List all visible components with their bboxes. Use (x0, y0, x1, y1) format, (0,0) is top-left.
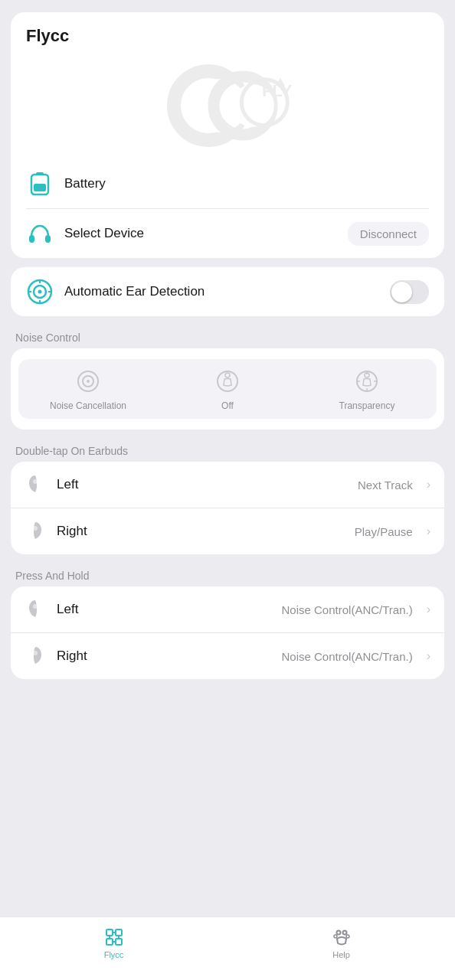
svg-rect-10 (45, 235, 51, 243)
double-tap-right-value: Play/Pause (355, 525, 413, 538)
transparency-label: Transparency (339, 400, 395, 411)
aed-label: Automatic Ear Detection (64, 284, 379, 299)
svg-point-13 (38, 290, 42, 294)
press-hold-right-chevron: › (427, 649, 430, 663)
logo-area: FLY (26, 52, 429, 159)
noise-off-label: Off (221, 400, 234, 411)
app-title: Flycc (26, 26, 429, 46)
press-hold-card: Left Noise Control(ANC/Tran.) › Right No… (11, 586, 444, 679)
svg-point-31 (33, 604, 38, 609)
press-hold-right-value: Noise Control(ANC/Tran.) (282, 650, 413, 663)
double-tap-right-chevron: › (427, 524, 430, 538)
double-tap-right-row[interactable]: Right Play/Pause › (11, 508, 444, 554)
nav-item-flycc[interactable]: Flycc (0, 917, 228, 968)
svg-point-20 (87, 380, 90, 383)
double-tap-left-value: Next Track (358, 479, 413, 492)
press-hold-right-label: Right (57, 648, 271, 664)
flycc-nav-icon (103, 926, 125, 948)
press-hold-left-chevron: › (427, 603, 430, 616)
transparency-option[interactable]: Transparency (297, 367, 437, 411)
help-nav-icon (331, 926, 352, 948)
toggle-knob (391, 282, 412, 302)
svg-point-42 (342, 930, 346, 934)
select-device-row: Select Device Disconnect (26, 208, 429, 258)
svg-rect-8 (34, 184, 46, 191)
noise-off-icon (213, 367, 242, 396)
svg-rect-7 (36, 172, 44, 175)
nav-flycc-label: Flycc (104, 950, 124, 959)
noise-options-group: Noise Cancellation Off (18, 359, 437, 419)
svg-rect-34 (116, 929, 122, 936)
press-hold-right-row[interactable]: Right Noise Control(ANC/Tran.) › (11, 632, 444, 679)
svg-rect-9 (29, 235, 34, 243)
svg-point-41 (336, 930, 340, 934)
top-card: Flycc FLY Battery (11, 12, 444, 258)
transparency-icon (352, 367, 381, 396)
noise-cancellation-label: Noise Cancellation (50, 400, 126, 411)
earbud-left-icon (25, 474, 46, 495)
svg-rect-36 (116, 939, 122, 945)
double-tap-left-row[interactable]: Left Next Track › (11, 462, 444, 508)
noise-cancellation-option[interactable]: Noise Cancellation (18, 367, 158, 411)
double-tap-right-label: Right (57, 524, 344, 539)
double-tap-card: Left Next Track › Right Play/Pause › (11, 462, 444, 554)
double-tap-section-label: Double-tap On Earbuds (11, 445, 444, 457)
select-device-label: Select Device (64, 226, 337, 241)
headphones-icon (26, 220, 54, 247)
press-hold-left-value: Noise Control(ANC/Tran.) (282, 603, 413, 616)
press-hold-left-icon (25, 599, 46, 620)
double-tap-left-chevron: › (427, 478, 430, 492)
nav-item-help[interactable]: Help (228, 917, 455, 968)
noise-control-section-label: Noise Control (11, 332, 444, 344)
nav-help-label: Help (332, 950, 350, 959)
svg-point-21 (218, 371, 237, 391)
press-hold-left-row[interactable]: Left Noise Control(ANC/Tran.) › (11, 586, 444, 632)
svg-rect-35 (106, 939, 113, 945)
disconnect-button[interactable]: Disconnect (348, 222, 429, 246)
double-tap-left-label: Left (57, 477, 347, 492)
svg-point-29 (33, 479, 38, 484)
battery-label: Battery (64, 176, 429, 191)
bottom-nav: Flycc Help (0, 916, 455, 980)
aed-card: Automatic Ear Detection (11, 267, 444, 316)
svg-point-32 (33, 651, 38, 655)
svg-point-30 (33, 526, 38, 531)
noise-control-card: Noise Cancellation Off (11, 348, 444, 430)
battery-row: Battery (26, 159, 429, 208)
battery-icon (26, 170, 54, 198)
press-hold-right-icon (25, 645, 46, 667)
svg-point-43 (334, 935, 337, 938)
aed-toggle[interactable] (390, 280, 429, 304)
noise-cancellation-icon (74, 367, 103, 396)
press-hold-section-label: Press And Hold (11, 570, 444, 582)
svg-rect-33 (106, 929, 113, 936)
earbud-right-icon (25, 521, 46, 542)
press-hold-left-label: Left (57, 602, 271, 617)
svg-point-44 (346, 935, 349, 938)
app-logo: FLY (151, 60, 304, 152)
svg-point-22 (225, 373, 230, 377)
aed-icon (26, 278, 54, 305)
noise-off-option[interactable]: Off (158, 367, 297, 411)
